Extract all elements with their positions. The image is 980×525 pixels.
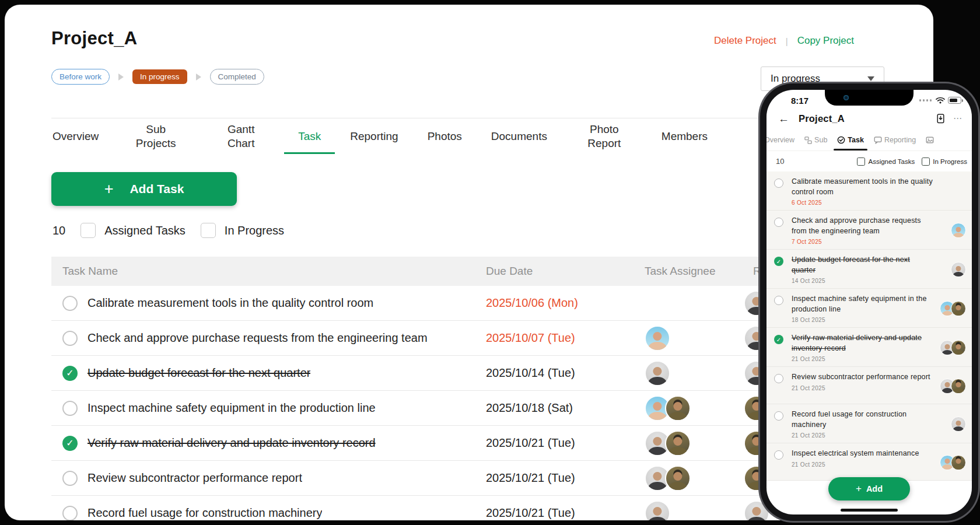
phone-task-row[interactable]: ✓Verify raw material delivery and update… [766,328,972,367]
phone-tab-task[interactable]: Task [837,130,864,150]
status-badge-before-work[interactable]: Before work [51,69,110,85]
task-name-cell: Calibrate measurement tools in the quali… [51,296,486,311]
phone-task-check-circle[interactable] [774,218,783,227]
assignee-avatars [645,360,744,386]
status-badge-completed[interactable]: Completed [210,69,264,85]
tab-sub-projects[interactable]: Sub Projects [127,119,185,154]
phone-task-texts: Review subcontractor performance report2… [792,372,933,400]
phone-add-button[interactable]: + Add [828,477,910,501]
phone-nav: ← Project_A ⋯ [766,107,972,130]
phone-tab-label: Sub [814,136,827,144]
filter-in-progress: In Progress [201,223,284,238]
phone-task-date: 21 Oct 2025 [792,356,933,362]
phone-task-check-circle[interactable]: ✓ [774,257,783,266]
phone-task-check-circle[interactable]: ✓ [774,335,783,344]
phone-task-date: 21 Oct 2025 [792,461,933,468]
phone-task-texts: Update budget forecast for the next quar… [792,255,933,284]
tab-task[interactable]: Task [297,119,322,154]
task-check-circle[interactable] [62,401,78,416]
tab-label: Task [298,130,321,144]
due-date: 2025/10/21 (Tue) [486,436,645,450]
back-icon[interactable]: ← [778,113,789,124]
due-date: 2025/10/21 (Tue) [486,471,645,485]
copy-project-link[interactable]: Copy Project [797,35,854,47]
phone-task-date: 21 Oct 2025 [792,385,933,391]
tab-documents[interactable]: Documents [490,119,548,154]
phone-tab-sub[interactable]: Sub [804,130,827,150]
phone-task-date: 14 Oct 2025 [792,278,933,284]
phone-task-check-circle[interactable] [774,178,783,188]
task-name: Record fuel usage for construction machi… [88,506,322,520]
home-indicator[interactable] [841,509,898,512]
phone-task-row[interactable]: Review subcontractor performance report2… [766,367,972,404]
task-check-circle[interactable]: ✓ [62,436,78,451]
phone-filter-assigned: Assigned Tasks [857,158,915,166]
tab-gantt-chart[interactable]: Gantt Chart [212,119,270,154]
phone-task-count: 10 [776,157,784,166]
phone-assigned-tasks-checkbox[interactable] [857,158,865,166]
assigned-tasks-checkbox[interactable] [80,223,96,238]
more-icon[interactable]: ⋯ [953,113,963,124]
task-name-cell: Inspect machine safety equipment in the … [51,401,486,416]
tab-photo-report[interactable]: Photo Report [575,119,634,154]
task-check-circle[interactable] [62,331,78,346]
phone-task-title: Verify raw material delivery and update … [792,333,933,354]
phone-tab-overview[interactable]: Overview [766,130,794,150]
project-actions: Delete Project | Copy Project [714,35,854,47]
status-badge-in-progress[interactable]: In progress [132,69,187,84]
due-date: 2025/10/06 (Mon) [486,296,645,310]
phone-task-date: 7 Oct 2025 [792,239,933,245]
phone-tab-label: Overview [766,136,794,144]
phone-tab-photos[interactable] [926,130,934,150]
device-icon[interactable] [936,114,945,124]
chevron-down-icon [867,76,874,81]
phone-task-check-circle[interactable] [774,296,783,305]
statusbar-icons [919,97,962,104]
task-filter-row: 10 Assigned Tasks In Progress [52,223,284,238]
task-check-circle[interactable] [62,471,78,486]
phone-task-texts: Verify raw material delivery and update … [792,333,933,362]
tab-members[interactable]: Members [660,119,709,154]
phone-in-progress-checkbox[interactable] [922,158,930,166]
task-check-circle[interactable] [62,296,78,311]
add-task-button[interactable]: + Add Task [51,172,237,206]
chat-icon [874,136,882,144]
phone-task-row[interactable]: Calibrate measurement tools in the quali… [766,172,972,211]
phone-task-check-circle[interactable] [774,450,783,460]
phone-page-title: Project_A [799,113,845,124]
task-icon [837,136,845,144]
tab-label: Documents [491,130,547,144]
phone-task-check-circle[interactable] [774,411,783,421]
camera-icon [844,95,849,100]
tab-photos[interactable]: Photos [426,119,463,154]
delete-project-link[interactable]: Delete Project [714,35,776,47]
wifi-icon [936,97,945,104]
phone-assignee-avatar [951,379,966,394]
task-name: Update budget forecast for the next quar… [88,366,310,380]
task-check-circle[interactable]: ✓ [62,366,78,381]
phone-task-row[interactable]: Record fuel usage for construction machi… [766,404,972,443]
assignee-avatars [645,501,744,521]
tab-label: Sub Projects [128,123,184,150]
phone-task-avatars [933,449,967,476]
task-name: Calibrate measurement tools in the quali… [88,296,373,310]
in-progress-checkbox[interactable] [201,223,216,238]
phone-filter-row: 10 Assigned Tasks In Progress [766,150,972,172]
assignee-avatar [665,466,691,491]
phone-task-texts: Inspect electrical system maintenance21 … [792,449,933,476]
tab-reporting[interactable]: Reporting [349,119,399,154]
phone-tab-reporting[interactable]: Reporting [874,130,916,150]
tab-overview[interactable]: Overview [51,119,100,154]
phone-task-avatars [933,255,967,284]
add-task-label: Add Task [130,182,184,196]
phone-task-row[interactable]: Inspect machine safety equipment in the … [766,289,972,328]
sub-icon [804,136,812,144]
task-check-circle[interactable] [62,506,78,521]
phone-task-row[interactable]: ✓Update budget forecast for the next qua… [766,250,972,289]
due-date: 2025/10/14 (Tue) [486,366,645,380]
phone-task-row[interactable]: Check and approve purchase requests from… [766,211,972,250]
assignee-avatar [645,501,670,521]
assignee-avatars [645,430,744,456]
phone-task-check-circle[interactable] [774,374,783,383]
phone-task-row[interactable]: Inspect electrical system maintenance21 … [766,443,972,481]
